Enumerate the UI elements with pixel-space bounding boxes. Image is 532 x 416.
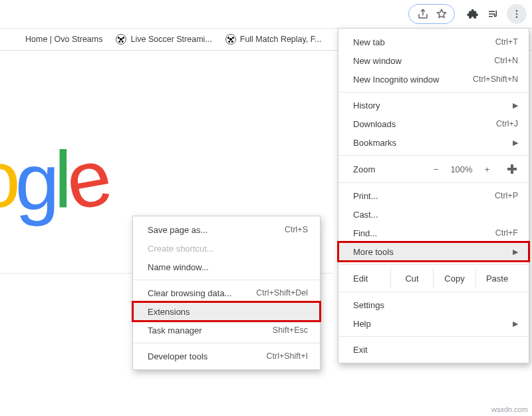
zoom-out-button[interactable]: − (434, 164, 439, 174)
soccer-icon (116, 34, 126, 45)
menu-bookmarks[interactable]: Bookmarks ▶ (338, 133, 529, 152)
menu-zoom: Zoom − 100% + (338, 159, 529, 179)
menu-help[interactable]: Help ▶ (338, 314, 529, 333)
submenu-task-manager[interactable]: Task manager Shift+Esc (133, 321, 320, 339)
submenu-create-shortcut: Create shortcut... (133, 239, 320, 258)
svg-point-1 (516, 13, 518, 15)
menu-more-tools[interactable]: More tools ▶ (338, 242, 529, 261)
bookmark-label: Live Soccer Streami... (130, 35, 211, 44)
media-control-icon[interactable] (487, 8, 499, 20)
google-logo: Google (0, 133, 106, 225)
chevron-right-icon: ▶ (513, 138, 518, 147)
zoom-in-button[interactable]: + (485, 164, 490, 174)
chevron-right-icon: ▶ (513, 248, 518, 256)
bookmark-label: Full Match Replay, F... (240, 35, 322, 44)
share-icon[interactable] (417, 8, 429, 20)
menu-exit[interactable]: Exit (338, 340, 529, 359)
star-icon[interactable] (436, 8, 448, 20)
menu-print[interactable]: Print... Ctrl+P (338, 186, 529, 205)
omnibox-actions (408, 4, 455, 24)
bookmark-item[interactable]: Home | Ovo Streams (5, 31, 108, 47)
bookmark-item[interactable]: Full Match Replay, F... (220, 31, 327, 47)
menu-settings[interactable]: Settings (338, 296, 529, 314)
menu-history[interactable]: History ▶ (338, 96, 529, 114)
menu-downloads[interactable]: Downloads Ctrl+J (338, 114, 529, 133)
more-tools-submenu: Save page as... Ctrl+S Create shortcut..… (132, 216, 321, 370)
soccer-icon (225, 34, 236, 45)
bookmark-label: Home | Ovo Streams (25, 35, 102, 44)
menu-incognito[interactable]: New Incognito window Ctrl+Shift+N (338, 70, 529, 89)
chevron-right-icon: ▶ (513, 101, 518, 110)
menu-cast[interactable]: Cast... (338, 205, 529, 224)
edit-copy-button[interactable]: Copy (433, 268, 475, 288)
submenu-clear-data[interactable]: Clear browsing data... Ctrl+Shift+Del (133, 284, 320, 302)
svg-point-2 (516, 16, 518, 18)
svg-point-0 (516, 10, 518, 12)
edit-cut-button[interactable]: Cut (390, 268, 433, 288)
browser-toolbar (0, 0, 532, 28)
submenu-name-window[interactable]: Name window... (133, 258, 320, 276)
bookmark-item[interactable]: Live Soccer Streami... (110, 31, 217, 47)
menu-edit-row: Edit Cut Copy Paste (338, 268, 529, 288)
menu-find[interactable]: Find... Ctrl+F (338, 224, 529, 242)
watermark: wsxdn.com (491, 405, 528, 413)
page-icon (11, 34, 21, 45)
submenu-developer-tools[interactable]: Developer tools Ctrl+Shift+I (133, 347, 320, 365)
menu-new-window[interactable]: New window Ctrl+N (338, 51, 529, 70)
chrome-menu-button[interactable] (507, 4, 527, 24)
edit-paste-button[interactable]: Paste (475, 268, 518, 288)
chevron-right-icon: ▶ (513, 319, 518, 328)
submenu-extensions[interactable]: Extensions (133, 302, 320, 321)
zoom-level: 100% (450, 164, 472, 174)
menu-new-tab[interactable]: New tab Ctrl+T (338, 33, 529, 51)
extensions-puzzle-icon[interactable] (467, 8, 479, 20)
submenu-save-page[interactable]: Save page as... Ctrl+S (133, 220, 320, 239)
chrome-main-menu: New tab Ctrl+T New window Ctrl+N New Inc… (338, 28, 529, 363)
